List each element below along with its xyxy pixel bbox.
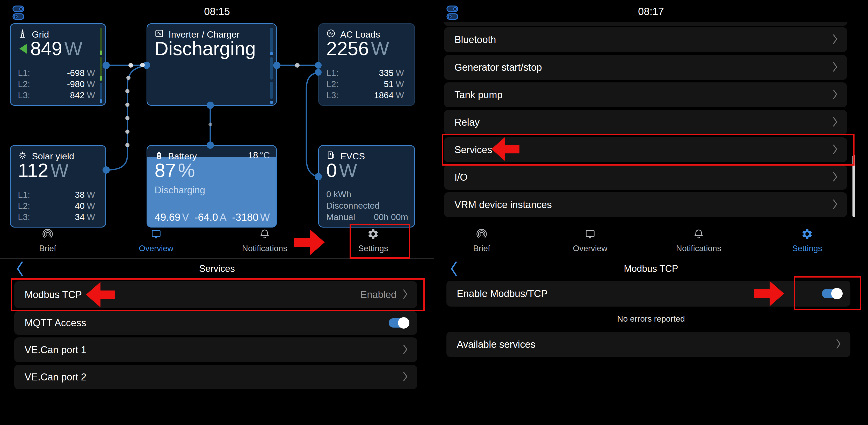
ac-loads-power-value: 2256 xyxy=(326,37,369,60)
row-label: Generator start/stop xyxy=(455,62,542,73)
tutorial-arrow-modbus xyxy=(100,290,115,299)
tutorial-arrow-settings-head xyxy=(310,230,325,255)
phase-unit: W xyxy=(396,79,404,89)
tile-gauge xyxy=(270,28,273,101)
overview-icon xyxy=(150,236,162,241)
phase-label: L2: xyxy=(18,79,30,90)
panel-settings-and-modbus: 08:17 Bluetooth Generator start/stop Tan… xyxy=(434,0,868,425)
services-row-vecan-port-1[interactable]: VE.Can port 1 xyxy=(14,337,417,362)
tile-grid[interactable]: Grid 849 W L1:-698W L2:-980W L3:842W xyxy=(10,23,106,106)
services-page-title: Services xyxy=(0,263,434,274)
row-label: I/O xyxy=(455,172,468,183)
phase-unit: W xyxy=(396,90,404,100)
nav-settings-label: Settings xyxy=(773,244,841,253)
tutorial-box-settings xyxy=(349,224,410,259)
phase-unit: W xyxy=(87,212,95,222)
grid-power-unit: W xyxy=(64,37,82,60)
brief-icon xyxy=(476,236,488,241)
solar-power-value: 112 xyxy=(18,159,49,181)
row-label: Enable Modbus/TCP xyxy=(457,288,548,299)
tile-inverter-charger[interactable]: Inverter / Charger Discharging xyxy=(147,23,277,106)
nav-notifications[interactable]: Notifications xyxy=(665,228,732,253)
tutorial-arrow-settings xyxy=(294,238,310,247)
grid-phase-list: L1:-698W L2:-980W L3:842W xyxy=(18,67,95,101)
tutorial-arrow-enable xyxy=(754,289,770,298)
tile-evcs[interactable]: EVCS 0 W 0 kWh Disconnected Manual 00h 0… xyxy=(318,145,415,228)
chevron-right-icon xyxy=(832,89,838,101)
row-label: VRM device instances xyxy=(455,199,552,210)
overview-icon xyxy=(584,236,596,241)
chevron-right-icon xyxy=(832,61,838,74)
nav-overview[interactable]: Overview xyxy=(122,228,190,253)
phase-value: 842 xyxy=(70,90,85,100)
phase-label: L3: xyxy=(18,211,30,223)
settings-row-io[interactable]: I/O xyxy=(444,165,847,190)
phase-value: 34 xyxy=(75,212,85,222)
nav-notifications-label: Notifications xyxy=(665,244,732,253)
solar-power-unit: W xyxy=(51,159,69,181)
services-row-mqtt-access[interactable]: MQTT Access xyxy=(14,311,417,335)
row-label: Bluetooth xyxy=(455,34,496,45)
settings-row-vrm-device-instances[interactable]: VRM device instances xyxy=(444,192,847,217)
evcs-details: 0 kWh Disconnected Manual 00h 00m xyxy=(326,189,408,223)
phase-unit: W xyxy=(87,190,95,200)
nav-settings[interactable]: Settings xyxy=(773,228,841,253)
phase-value: 40 xyxy=(75,201,85,211)
row-label: VE.Can port 2 xyxy=(25,372,87,383)
panel-overview-and-services: 08:15 xyxy=(0,0,434,425)
nav-brief[interactable]: Brief xyxy=(14,228,81,253)
chevron-right-icon xyxy=(832,33,838,46)
evcs-energy: 0 kWh xyxy=(326,189,408,200)
modbus-row-enable[interactable]: Enable Modbus/TCP xyxy=(446,281,850,307)
nav-overview-label: Overview xyxy=(122,244,190,253)
nav-notifications[interactable]: Notifications xyxy=(231,228,298,253)
toggle-knob xyxy=(398,317,409,329)
row-label: MQTT Access xyxy=(25,317,86,329)
ac-loads-power-unit: W xyxy=(371,37,389,60)
bell-icon xyxy=(693,236,705,241)
evcs-power-value: 0 xyxy=(326,159,337,181)
chevron-right-icon xyxy=(832,199,838,211)
gear-icon xyxy=(801,236,813,241)
nav-overview[interactable]: Overview xyxy=(556,228,624,253)
battery-voltage-unit: V xyxy=(182,211,189,223)
nav-brief-label: Brief xyxy=(448,244,515,253)
phase-label: L2: xyxy=(326,79,338,90)
battery-readings: 49.69V -64.0A -3180W xyxy=(155,211,270,223)
settings-row-relay[interactable]: Relay xyxy=(444,110,847,135)
battery-soc-value: 87 xyxy=(155,159,176,181)
chevron-right-icon xyxy=(832,171,838,183)
services-row-vecan-port-2[interactable]: VE.Can port 2 xyxy=(14,365,417,389)
phase-value: -980 xyxy=(67,79,85,89)
phase-value: 1864 xyxy=(374,90,394,100)
tile-solar-yield[interactable]: Solar yield 112 W L1:38W L2:40W L3:34W xyxy=(10,145,106,228)
mqtt-toggle-on[interactable] xyxy=(389,318,408,328)
settings-row-tank-pump[interactable]: Tank pump xyxy=(444,82,847,107)
nav-notifications-label: Notifications xyxy=(231,244,298,253)
tile-battery[interactable]: Battery 18°C 87 % Discharging 49.69V -64… xyxy=(147,145,277,228)
phase-unit: W xyxy=(87,90,95,100)
nav-overview-label: Overview xyxy=(556,244,624,253)
row-label: Relay xyxy=(455,117,479,128)
settings-row-generator[interactable]: Generator start/stop xyxy=(444,55,847,80)
tutorial-arrow-enable-head xyxy=(770,281,784,306)
tutorial-box-enable-toggle xyxy=(794,276,861,310)
evcs-session-time: 00h 00m xyxy=(374,211,408,223)
tutorial-arrow-services xyxy=(505,145,520,153)
row-label: VE.Can port 1 xyxy=(25,344,87,356)
phase-value: -698 xyxy=(67,68,85,78)
clock: 08:17 xyxy=(434,6,868,17)
phase-label: L3: xyxy=(18,90,30,101)
bell-icon xyxy=(259,236,271,241)
tile-ac-loads[interactable]: AC Loads 2256 W L1:335W L2:51W L3:1864W xyxy=(318,23,415,106)
modbus-row-available-services[interactable]: Available services xyxy=(446,332,850,357)
battery-temp-value: 18 xyxy=(248,150,258,160)
solar-phase-list: L1:38W L2:40W L3:34W xyxy=(18,189,95,223)
clock: 08:15 xyxy=(0,6,434,17)
battery-temp-unit: °C xyxy=(260,150,270,160)
modbus-page-title: Modbus TCP xyxy=(434,263,868,274)
chevron-right-icon xyxy=(835,338,842,351)
settings-row-bluetooth[interactable]: Bluetooth xyxy=(444,27,847,52)
nav-brief[interactable]: Brief xyxy=(448,228,515,253)
bottom-nav: Brief Overview Notifications Settings xyxy=(434,228,868,259)
